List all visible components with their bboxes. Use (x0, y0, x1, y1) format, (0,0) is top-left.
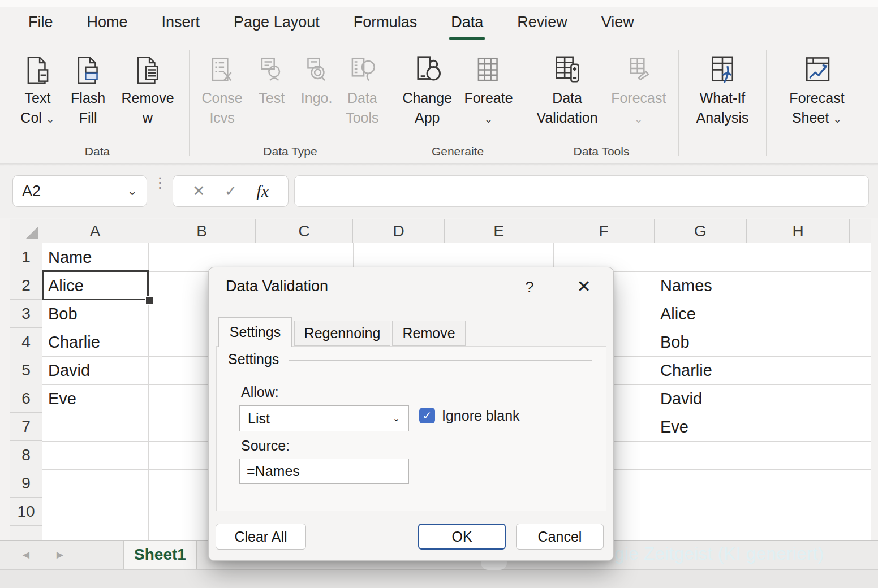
chevron-down-icon: ⌄ (127, 184, 137, 198)
cell-a3[interactable]: Bob (42, 300, 148, 328)
clear-all-button[interactable]: Clear All (216, 524, 306, 550)
cell-g5[interactable]: Charlie (655, 356, 747, 384)
name-box-value: A2 (22, 183, 41, 200)
insert-function-icon[interactable]: fx (256, 181, 269, 201)
column-header-b[interactable]: B (148, 219, 256, 243)
ribbon-group-forecast-sheet: Forecast Sheet ⌄ (769, 42, 865, 163)
row-header-5[interactable]: 5 (10, 356, 42, 384)
remove-duplicates-button[interactable]: Remove w (118, 49, 178, 128)
cell-g4[interactable]: Bob (655, 328, 747, 356)
column-header-h[interactable]: H (747, 219, 850, 243)
change-app-button[interactable]: Change App (399, 49, 455, 128)
cell-g7[interactable]: Eve (655, 413, 747, 441)
cell-g3[interactable]: Alice (655, 300, 747, 328)
row-header-3[interactable]: 3 (10, 300, 42, 328)
ribbon-group-data-type: Conse Icvs Test (192, 42, 389, 163)
tab-remove[interactable]: Remove (392, 321, 466, 346)
name-box[interactable]: A2 ⌄ (12, 175, 147, 207)
cell-a1[interactable]: Name (42, 243, 148, 271)
cell-g2[interactable]: Names (655, 271, 747, 300)
forecast-sheet-button[interactable]: Forecast Sheet ⌄ (786, 49, 847, 129)
dialog-help-button[interactable]: ? (520, 279, 539, 296)
menu-tab-review[interactable]: Review (517, 14, 567, 37)
formula-input[interactable] (294, 175, 869, 207)
allow-dropdown[interactable]: List ⌄ (239, 405, 409, 431)
menu-tab-formulas[interactable]: Formulas (354, 14, 418, 37)
formula-bar: A2 ⌄ ⋮ ✕ ✓ fx (0, 166, 878, 218)
ribbon-group-data-tools: Data Validation Forecast ⌄ Data Tools (527, 42, 676, 163)
row-header-6[interactable]: 6 (10, 384, 42, 413)
ribbon: Text Col ⌄ Flash Fill (0, 42, 878, 163)
row-header-1[interactable]: 1 (10, 243, 42, 271)
settings-group-rule (289, 360, 592, 361)
column-header-g[interactable]: G (655, 219, 747, 243)
cell-a5[interactable]: David (42, 356, 148, 384)
column-header-a[interactable]: A (42, 219, 148, 243)
ignore-blank-checkbox[interactable]: ✓ (419, 408, 435, 423)
status-bar (0, 569, 878, 588)
foreate-button[interactable]: Foreate ⌄ (460, 49, 516, 129)
table-grid-icon (472, 49, 504, 88)
button-label: Data (552, 90, 582, 106)
row-header-9[interactable]: 9 (10, 469, 42, 498)
ribbon-group-label: Generaite (394, 142, 522, 163)
data-validation-icon (551, 49, 584, 88)
button-label: Remove (122, 90, 174, 106)
menu-tab-data-active[interactable]: Data (451, 14, 483, 37)
chevron-down-icon[interactable]: ⌄ (384, 406, 408, 431)
dialog-title: Data Validation (226, 278, 328, 295)
button-label: Forecast (611, 90, 666, 106)
button-label: Conse (201, 90, 242, 106)
cell-a4[interactable]: Charlie (42, 328, 148, 356)
column-header-d[interactable]: D (353, 219, 445, 243)
button-label: Analysis (696, 110, 748, 126)
cancel-button[interactable]: Cancel (516, 524, 604, 550)
cancel-entry-icon[interactable]: ✕ (192, 182, 205, 200)
change-app-icon (411, 49, 444, 88)
watermark-text: gie Zeitgeist (KI generiert) (614, 544, 824, 564)
row-header-4[interactable]: 4 (10, 328, 42, 356)
confirm-entry-icon[interactable]: ✓ (225, 182, 238, 200)
menu-tab-view[interactable]: View (601, 14, 634, 37)
dialog-close-icon[interactable]: ✕ (573, 276, 595, 296)
button-label: Foreate (464, 90, 513, 106)
row-header-10[interactable]: 10 (10, 498, 42, 526)
tab-regennoing[interactable]: Regennoing (294, 321, 390, 346)
column-header-c[interactable]: C (256, 219, 353, 243)
select-all-corner[interactable] (10, 219, 42, 243)
button-label: Flash (71, 90, 105, 106)
forecast-button: Forecast ⌄ (608, 49, 669, 129)
data-validation-button[interactable]: Data Validation (533, 49, 601, 128)
row-header-8[interactable]: 8 (10, 441, 42, 469)
button-label: Change (402, 90, 452, 106)
ribbon-group-label: Data Tools (527, 142, 676, 163)
sheet-nav-left-icon[interactable]: ◄ (20, 548, 32, 561)
menu-tab-page-layout[interactable]: Page Layout (234, 14, 320, 37)
row-header-2[interactable]: 2 (10, 271, 42, 300)
tab-settings[interactable]: Settings (218, 317, 292, 347)
source-input[interactable]: =Names (239, 459, 409, 484)
cell-g6[interactable]: David (655, 384, 747, 413)
chevron-down-icon: ⌄ (46, 113, 55, 125)
column-header-e[interactable]: E (445, 219, 553, 243)
window-top-strip (0, 0, 878, 7)
menu-tab-insert[interactable]: Insert (162, 14, 200, 37)
column-header-f[interactable]: F (553, 219, 655, 243)
sheet-tab-sheet1[interactable]: Sheet1 (123, 541, 197, 569)
menu-tab-file[interactable]: File (28, 14, 53, 37)
sheet-nav-right-icon[interactable]: ► (54, 548, 66, 561)
ok-button[interactable]: OK (418, 524, 506, 550)
menu-tab-home[interactable]: Home (87, 14, 128, 37)
text-columns-icon (22, 49, 54, 88)
ribbon-separator (524, 50, 524, 156)
row-header-partial (10, 526, 42, 540)
selection-border-a2 (42, 270, 149, 300)
what-if-analysis-button[interactable]: What-If Analysis (692, 49, 752, 128)
ribbon-tab-bar: File Home Insert Page Layout Formulas Da… (28, 14, 634, 37)
cell-a6[interactable]: Eve (42, 384, 148, 413)
row-header-7[interactable]: 7 (10, 413, 42, 441)
text-to-columns-button[interactable]: Text Col ⌄ (17, 49, 58, 129)
test-button: Test (252, 49, 291, 108)
flash-fill-button[interactable]: Flash Fill (67, 49, 109, 128)
fill-handle[interactable] (145, 296, 154, 305)
